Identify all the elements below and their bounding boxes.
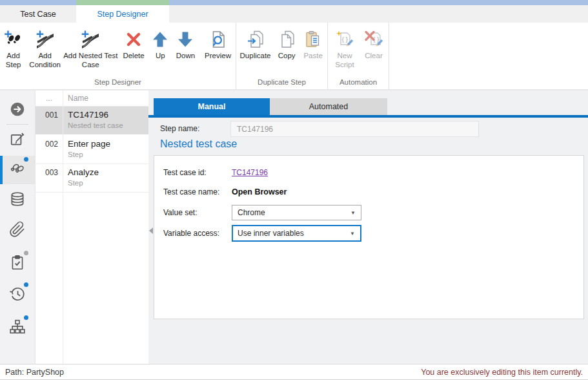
step-number: 002 bbox=[35, 136, 63, 164]
up-button[interactable]: Up bbox=[150, 23, 171, 60]
sidebar-item-navigate[interactable] bbox=[0, 96, 35, 125]
window-tab-bar: Test Case Step Designer bbox=[0, 5, 588, 23]
tab-test-case[interactable]: Test Case bbox=[0, 5, 76, 23]
edit-icon bbox=[9, 131, 26, 151]
down-button[interactable]: Down bbox=[171, 23, 200, 60]
preview-icon bbox=[208, 30, 228, 49]
nested-test-case-panel: Test case id: TC147196 Test case name: O… bbox=[154, 155, 584, 319]
value-set-label: Value set: bbox=[163, 208, 232, 217]
paste-button[interactable]: Paste bbox=[299, 23, 327, 60]
sidebar-item-test-data[interactable] bbox=[0, 186, 35, 215]
ribbon-group-label-duplicate-step: Duplicate Step bbox=[236, 78, 327, 89]
preview-button[interactable]: Preview bbox=[200, 23, 236, 60]
duplicate-button[interactable]: Duplicate bbox=[236, 23, 274, 60]
add-step-label: Add Step bbox=[0, 51, 26, 70]
delete-button[interactable]: Delete bbox=[117, 23, 149, 60]
new-script-label: New Script bbox=[329, 51, 360, 70]
hierarchy-badge-dot bbox=[24, 315, 28, 320]
add-nested-test-case-icon bbox=[81, 30, 100, 49]
panel-splitter[interactable] bbox=[148, 90, 154, 364]
sidebar-item-hierarchy[interactable] bbox=[0, 314, 35, 343]
sidebar-item-steps[interactable] bbox=[0, 156, 35, 184]
tab-automated[interactable]: Automated bbox=[270, 98, 387, 115]
step-number: 001 bbox=[35, 107, 63, 134]
name-column-header: Name bbox=[63, 94, 88, 103]
duplicate-icon bbox=[246, 30, 265, 49]
variable-access-label: Variable access: bbox=[163, 229, 232, 238]
up-arrow-icon bbox=[150, 30, 170, 49]
ribbon-group-duplicate-step: Duplicate Copy bbox=[236, 23, 327, 89]
checklist-badge-dot bbox=[24, 251, 28, 255]
add-condition-icon bbox=[35, 30, 55, 49]
step-name: TC147196 bbox=[68, 109, 148, 121]
steps-footprints-icon bbox=[9, 160, 26, 180]
tab-step-designer[interactable]: Step Designer bbox=[76, 5, 169, 23]
new-script-button[interactable]: { } New Script bbox=[329, 23, 360, 70]
preview-label: Preview bbox=[205, 51, 231, 60]
value-set-dropdown[interactable]: Chrome ▼ bbox=[232, 205, 361, 220]
tab-accent-line bbox=[148, 115, 588, 118]
body-area: ... Name 001 TC147196 Nested test case 0… bbox=[0, 90, 588, 364]
clear-script-button[interactable]: { } Clear bbox=[360, 23, 387, 60]
delete-label: Delete bbox=[123, 51, 144, 60]
test-case-id-label: Test case id: bbox=[163, 168, 232, 177]
chevron-down-icon: ▼ bbox=[350, 231, 360, 237]
left-navigation-sidebar bbox=[0, 90, 35, 364]
hierarchy-icon bbox=[9, 319, 26, 338]
add-condition-label: Add Condition bbox=[26, 51, 63, 70]
step-row-003[interactable]: 003 Analyze Step bbox=[35, 164, 148, 193]
clear-script-icon: { } bbox=[364, 30, 383, 49]
variable-access-dropdown[interactable]: Use inner variables ▼ bbox=[232, 225, 361, 242]
copy-label: Copy bbox=[278, 51, 296, 60]
add-condition-button[interactable]: Add Condition bbox=[26, 23, 63, 70]
sidebar-separator bbox=[6, 124, 28, 125]
sidebar-item-checklist[interactable] bbox=[0, 249, 35, 278]
ribbon-group-automation: { } New Script { } bbox=[327, 23, 389, 89]
ribbon-group-label-automation: Automation bbox=[328, 78, 389, 89]
test-data-icon bbox=[9, 191, 26, 210]
history-icon bbox=[9, 286, 26, 305]
delete-icon bbox=[124, 30, 143, 49]
status-bar: Path: PartyShop You are exclusively edit… bbox=[0, 364, 588, 380]
variable-access-row: Variable access: Use inner variables ▼ bbox=[163, 224, 583, 242]
add-nested-test-case-button[interactable]: Add Nested Test Case bbox=[63, 23, 117, 70]
sidebar-item-edit[interactable] bbox=[0, 127, 35, 155]
checklist-icon bbox=[9, 254, 26, 273]
active-tab-accent-strip bbox=[76, 0, 169, 5]
application-window: Test Case Step Designer Add bbox=[0, 0, 588, 380]
test-case-id-link[interactable]: TC147196 bbox=[232, 168, 268, 177]
ribbon-group-label-step-designer: Step Designer bbox=[0, 78, 236, 89]
step-row-002[interactable]: 002 Enter page Step bbox=[35, 136, 148, 164]
step-number: 003 bbox=[35, 164, 63, 192]
add-step-button[interactable]: Add Step bbox=[0, 23, 26, 70]
title-strip bbox=[0, 0, 588, 5]
step-name-input[interactable] bbox=[230, 121, 479, 137]
breakpoint-column-header: ... bbox=[35, 94, 63, 103]
duplicate-label: Duplicate bbox=[240, 51, 271, 60]
step-name-row: Step name: bbox=[154, 121, 588, 138]
step-name-label: Step name: bbox=[160, 124, 199, 133]
value-set-selected-value: Chrome bbox=[238, 208, 265, 217]
step-name: Enter page bbox=[68, 138, 148, 150]
sidebar-item-history[interactable] bbox=[0, 281, 35, 310]
test-case-name-row: Test case name: Open Browser bbox=[163, 185, 583, 199]
step-name: Analyze bbox=[68, 167, 148, 178]
new-script-icon: { } bbox=[335, 30, 354, 49]
splitter-collapse-arrow-icon[interactable] bbox=[149, 227, 153, 234]
history-badge-dot bbox=[24, 282, 28, 287]
navigate-icon bbox=[9, 101, 26, 120]
up-label: Up bbox=[156, 51, 165, 60]
down-arrow-icon bbox=[176, 30, 195, 49]
step-detail-area: Manual Automated Step name: Nested test … bbox=[154, 90, 588, 364]
tab-manual[interactable]: Manual bbox=[154, 98, 270, 115]
copy-button[interactable]: Copy bbox=[274, 23, 299, 60]
paste-icon bbox=[303, 30, 323, 49]
paste-label: Paste bbox=[303, 51, 322, 60]
add-step-icon bbox=[4, 30, 23, 49]
steps-list-panel: ... Name 001 TC147196 Nested test case 0… bbox=[35, 90, 148, 364]
down-label: Down bbox=[176, 51, 195, 60]
value-set-row: Value set: Chrome ▼ bbox=[163, 204, 583, 221]
test-case-name-label: Test case name: bbox=[163, 187, 232, 196]
sidebar-item-attachments[interactable] bbox=[0, 216, 35, 245]
step-row-001[interactable]: 001 TC147196 Nested test case bbox=[35, 107, 148, 136]
